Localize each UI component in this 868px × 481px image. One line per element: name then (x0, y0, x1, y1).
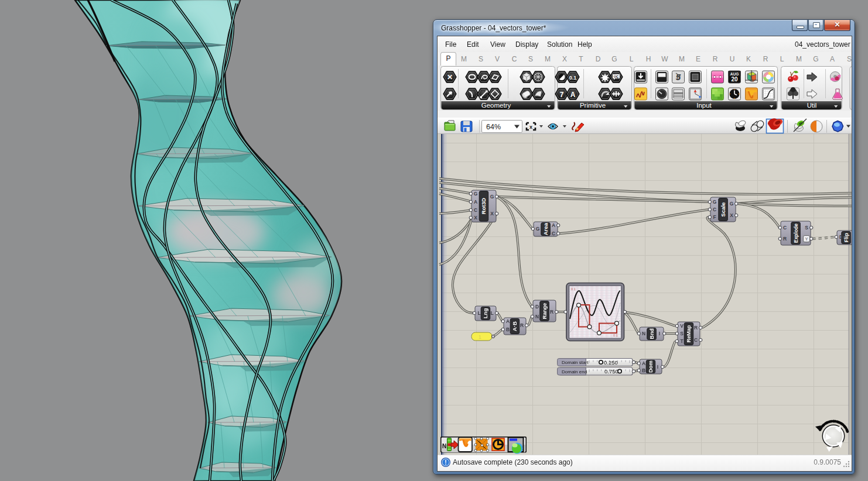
svg-text:G: G (730, 201, 734, 207)
svg-text:R: R (550, 309, 553, 315)
svg-text:20: 20 (731, 76, 738, 83)
svg-text:G: G (713, 199, 717, 205)
svg-text:x: x (529, 124, 532, 130)
svg-text:!: ! (445, 459, 447, 466)
svg-text:X: X (730, 212, 733, 218)
svg-text:A: A (474, 199, 477, 205)
svg-text:ReMap: ReMap (686, 325, 692, 342)
svg-text:C: C (474, 207, 477, 213)
svg-text:Primitive: Primitive (580, 102, 606, 109)
svg-text:C: C (552, 231, 555, 236)
svg-text:B: B (642, 367, 645, 373)
svg-text:R: R (783, 236, 787, 242)
svg-text:A·B: A·B (511, 321, 518, 331)
svg-text:A: A (642, 360, 645, 366)
svg-text:Bnd: Bnd (648, 328, 655, 339)
svg-text:Y: Y (805, 237, 808, 241)
svg-text:C: C (713, 207, 716, 212)
svg-text:Util: Util (807, 102, 817, 109)
svg-text:D: D (535, 304, 539, 310)
svg-text:0 1: 0 1 (613, 334, 618, 337)
svg-text:Rot3D: Rot3D (480, 198, 487, 214)
svg-text:I: I (657, 364, 658, 370)
svg-text:N: N (442, 443, 446, 449)
svg-text:Explode: Explode (793, 224, 799, 243)
svg-text:Input: Input (696, 102, 712, 109)
svg-text:N: N (535, 314, 539, 319)
svg-text:ÜÇ: ÜÇ (614, 75, 619, 78)
svg-text:0.1: 0.1 (569, 75, 577, 81)
svg-text:Flip: Flip (843, 233, 849, 242)
svg-text:A: A (570, 91, 576, 99)
svg-text:X: X (474, 215, 477, 221)
svg-text:0.250: 0.250 (604, 359, 618, 366)
svg-text:D: D (839, 234, 843, 240)
svg-text:Domain start: Domain start (562, 360, 589, 365)
svg-text:0.750: 0.750 (604, 368, 618, 375)
svg-text:S: S (805, 225, 808, 231)
svg-text:N: N (642, 331, 645, 336)
svg-text:F: F (713, 214, 716, 220)
svg-text:Lng: Lng (482, 308, 488, 319)
svg-text:R: R (520, 322, 524, 328)
svg-text:V: V (680, 323, 684, 329)
svg-text:C: C (783, 225, 787, 231)
svg-text:A: A (552, 222, 555, 228)
svg-text:L: L (477, 310, 480, 316)
svg-text:B: B (506, 327, 510, 332)
svg-text:X: X (490, 211, 494, 217)
svg-text:1: 1 (479, 334, 481, 340)
svg-text:Dom: Dom (647, 360, 654, 373)
svg-text:Scale: Scale (720, 202, 726, 217)
svg-text:7: 7 (560, 91, 564, 99)
svg-text:Domain end: Domain end (562, 369, 587, 375)
svg-text:G: G (536, 226, 540, 232)
svg-text:Geometry: Geometry (481, 102, 511, 109)
svg-text:C: C (694, 337, 698, 343)
svg-text:T: T (680, 338, 684, 344)
svg-text:S: S (680, 331, 684, 336)
svg-text:Area: Area (542, 222, 549, 235)
svg-text:Range: Range (542, 303, 548, 319)
svg-text:AUG: AUG (730, 72, 739, 76)
svg-text:R: R (694, 325, 698, 331)
svg-text:I: I (659, 331, 660, 336)
svg-text:✕: ✕ (447, 73, 453, 81)
svg-text:64%: 64% (486, 123, 501, 131)
svg-text:A: A (506, 318, 510, 324)
svg-text:0 1: 0 1 (571, 287, 576, 291)
svg-text:L: L (490, 310, 493, 316)
svg-text:G: G (490, 194, 494, 200)
svg-text:G: G (474, 191, 478, 197)
